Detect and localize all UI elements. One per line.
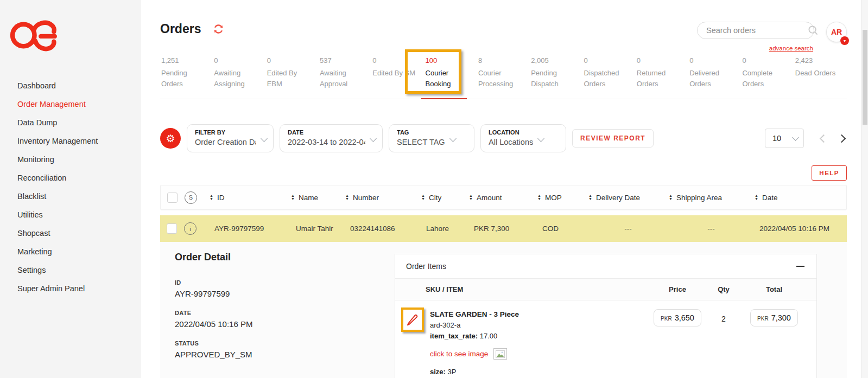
order-detail-panel: Order Detail ID AYR-99797599 DATE 2022/0… [175, 242, 395, 378]
sort-icon[interactable]: ▲▼ [755, 194, 758, 201]
date-range-dropdown[interactable]: DATE 2022-03-14 to 2022-04-12 [280, 124, 383, 152]
search-input[interactable] [706, 26, 808, 35]
tab-courier-processing[interactable]: 8 Courier Processing [477, 52, 530, 99]
column-header-id[interactable]: ID [217, 194, 225, 202]
tab-pending-dispatch[interactable]: 2,005 Pending Dispatch [530, 52, 582, 99]
filter-by-dropdown[interactable]: FILTER BY Order Creation Da [187, 124, 274, 152]
tab-label: Delivered Orders [689, 68, 734, 89]
filter-value: 2022-03-14 to 2022-04-12 [288, 138, 365, 146]
sidebar-item-shopcast[interactable]: Shopcast [0, 224, 141, 242]
cell-mop: COD [537, 225, 588, 233]
sidebar-item-marketing[interactable]: Marketing [0, 242, 141, 261]
sort-icon[interactable]: ▲▼ [669, 194, 673, 201]
item-sku: ard-302-a [430, 321, 647, 329]
tab-pending-orders[interactable]: 1,251 Pending Orders [160, 52, 213, 99]
price-value: 3,650 [675, 313, 694, 322]
sort-icon[interactable]: ▲▼ [291, 194, 295, 201]
sidebar-item-inventory-management[interactable]: Inventory Management [0, 132, 141, 150]
tab-label: Awaiting Assigning [214, 68, 258, 89]
column-header-delivery-date[interactable]: Delivery Date [596, 194, 640, 202]
cell-number: 03224141086 [345, 225, 421, 233]
chevron-down-icon [449, 135, 457, 142]
sort-icon[interactable]: ▲▼ [210, 194, 213, 201]
order-items-header: SKU / ITEM Price Qty Total [395, 279, 816, 300]
tab-edited-by-ebm[interactable]: 0 Edited By EBM [266, 52, 319, 99]
orders-table-header: S ▲▼ID ▲▼Name ▲▼Number ▲▼City ▲▼Amount ▲… [160, 185, 847, 210]
tab-label: Edited By EBM [267, 68, 312, 89]
advance-search-link[interactable]: advance search [769, 45, 813, 52]
scrollbar-thumb[interactable] [863, 30, 867, 125]
tag-dropdown[interactable]: TAG SELECT TAG [389, 124, 474, 152]
select-all-checkbox[interactable] [167, 193, 178, 203]
collapse-minus-icon[interactable] [796, 266, 804, 267]
table-row[interactable]: i AYR-99797599 Umair Tahir 03224141086 L… [160, 215, 847, 242]
sidebar-item-blacklist[interactable]: Blacklist [0, 187, 141, 206]
tab-delivered-orders[interactable]: 0 Delivered Orders [688, 52, 741, 99]
search-icon[interactable] [808, 25, 819, 36]
column-header-number[interactable]: Number [353, 194, 379, 202]
tab-awaiting-assigning[interactable]: 0 Awaiting Assigning [213, 52, 265, 99]
sidebar-item-utilities[interactable]: Utilities [0, 206, 141, 224]
filter-label: FILTER BY [195, 129, 256, 136]
next-page-icon[interactable] [838, 134, 846, 143]
sort-icon[interactable]: ▲▼ [469, 194, 473, 201]
tab-dispatched-orders[interactable]: 0 Dispatched Orders [583, 52, 636, 99]
total-value: 7,300 [771, 313, 791, 322]
image-icon[interactable] [493, 348, 507, 360]
sidebar-item-order-management[interactable]: Order Management [0, 95, 141, 113]
sidebar-item-reconciliation[interactable]: Reconciliation [0, 169, 141, 187]
chevron-down-icon [537, 135, 544, 142]
tab-returned-orders[interactable]: 0 Returned Orders [636, 52, 688, 99]
tab-complete-orders[interactable]: 0 Complete Orders [741, 52, 794, 99]
sidebar-item-dashboard[interactable]: Dashboard [0, 76, 141, 95]
prev-page-icon[interactable] [820, 134, 828, 143]
column-header-name[interactable]: Name [299, 194, 318, 202]
tab-label: Dispatched Orders [584, 68, 629, 89]
cell-delivery-date: --- [588, 225, 668, 233]
tab-awaiting-approval[interactable]: 537 Awaiting Approval [319, 52, 371, 99]
filter-label: LOCATION [489, 129, 533, 136]
info-icon[interactable]: i [184, 222, 197, 235]
row-checkbox[interactable] [167, 223, 177, 234]
tab-courier-booking[interactable]: 100 Courier Booking [425, 52, 477, 99]
column-header-amount[interactable]: Amount [477, 194, 502, 202]
tab-count: 0 [267, 56, 316, 65]
sort-icon[interactable]: ▲▼ [588, 194, 592, 201]
edit-pencil-icon[interactable] [405, 312, 419, 329]
tab-label: Courier Processing [478, 68, 523, 89]
cell-city: Lahore [421, 225, 468, 233]
column-header-date[interactable]: Date [762, 194, 778, 202]
tab-edited-by-sm[interactable]: 0 Edited By SM [371, 52, 424, 99]
sidebar-item-super-admin-panel[interactable]: Super Admin Panel [0, 279, 141, 298]
filter-value: Order Creation Da [195, 138, 256, 146]
review-report-button[interactable]: REVIEW REPORT [572, 129, 654, 148]
sidebar-nav: Dashboard Order Management Data Dump Inv… [0, 76, 141, 298]
click-to-see-image-link[interactable]: click to see image [430, 350, 488, 358]
chevron-down-icon [370, 135, 377, 142]
sort-icon[interactable]: ▲▼ [421, 194, 425, 201]
page-size-select[interactable]: 10 [765, 129, 804, 148]
column-header-city[interactable]: City [429, 194, 441, 202]
item-total: PKR 7,300 [750, 309, 798, 326]
avatar[interactable]: AR ▾ [826, 22, 847, 42]
status-tabs: 1,251 Pending Orders 0 Awaiting Assignin… [160, 52, 847, 99]
vertical-scrollbar[interactable] [861, 0, 868, 378]
tab-dead-orders[interactable]: 2,423 Dead Orders [794, 52, 847, 99]
column-header-mop[interactable]: MOP [545, 194, 562, 202]
sidebar-item-settings[interactable]: Settings [0, 261, 141, 279]
sidebar-item-data-dump[interactable]: Data Dump [0, 113, 141, 132]
order-detail-section: Order Detail ID AYR-99797599 DATE 2022/0… [160, 242, 847, 378]
item-tax-value: 17.00 [480, 332, 498, 340]
tab-label: Returned Orders [637, 68, 681, 89]
gear-icon[interactable]: ⚙ [160, 128, 181, 149]
oe-logo-icon [9, 18, 141, 55]
refresh-icon[interactable] [213, 23, 224, 37]
tab-label: Courier Booking [426, 68, 470, 89]
location-dropdown[interactable]: LOCATION All Locations [480, 124, 566, 152]
sidebar-item-monitoring[interactable]: Monitoring [0, 150, 141, 169]
help-button[interactable]: HELP [812, 165, 847, 181]
sort-icon[interactable]: ▲▼ [345, 194, 349, 201]
field-value-id: AYR-99797599 [175, 289, 395, 298]
column-header-shipping-area[interactable]: Shipping Area [676, 194, 722, 202]
sort-icon[interactable]: ▲▼ [537, 194, 541, 201]
